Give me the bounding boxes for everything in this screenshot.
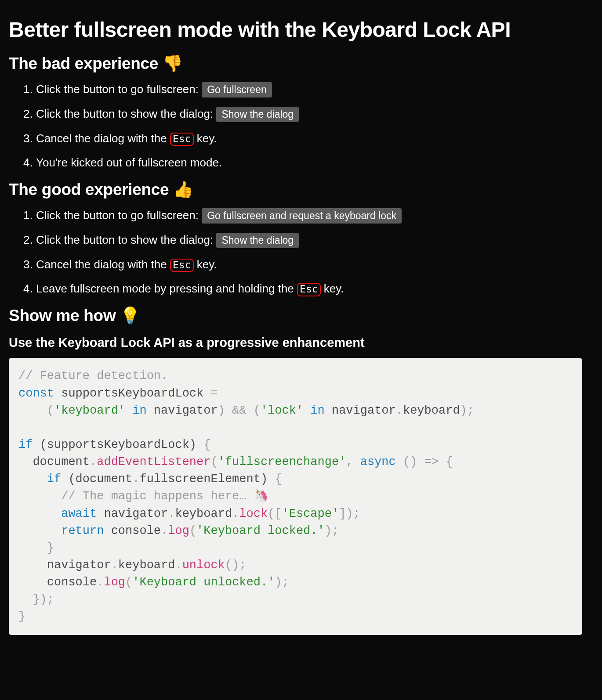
code-punc: . (232, 507, 239, 520)
esc-key: Esc (297, 283, 321, 296)
code-punc: ( (125, 576, 132, 589)
good-experience-heading: The good experience 👍 (9, 180, 593, 199)
list-item: Click the button to show the dialog: Sho… (36, 232, 593, 248)
code-text: fullscreenElement) (139, 473, 275, 486)
code-text: (supportsKeyboardLock) (33, 438, 203, 451)
code-text: keyboard (118, 559, 175, 572)
esc-key: Esc (170, 133, 194, 146)
code-text (18, 473, 47, 486)
code-punc: . (111, 559, 118, 572)
code-block: // Feature detection. const supportsKeyb… (9, 358, 582, 635)
code-punc: { (203, 438, 210, 451)
show-dialog-button[interactable]: Show the dialog (216, 107, 299, 122)
code-punc: { (439, 455, 453, 469)
code-punc: ]); (339, 507, 360, 520)
bad-experience-list: Click the button to go fullscreen: Go fu… (9, 82, 593, 170)
code-func: log (168, 524, 189, 538)
code-text: navigator (18, 559, 111, 572)
code-punc: , (346, 455, 353, 469)
code-text: supportsKeyboardLock (54, 387, 210, 400)
list-item: Cancel the dialog with the Esc key. (36, 257, 593, 272)
code-text: keyboard (175, 507, 232, 520)
list-item: Leave fullscreen mode by pressing and ho… (36, 281, 593, 296)
code-keyword: in (132, 404, 146, 417)
code-punc: . (132, 473, 139, 486)
code-text: console (104, 524, 161, 538)
code-text (303, 404, 310, 417)
page-title: Better fullscreen mode with the Keyboard… (9, 18, 593, 42)
code-text: document (18, 455, 90, 469)
go-fullscreen-button[interactable]: Go fullscreen (202, 82, 272, 97)
code-punc: ([ (268, 507, 282, 520)
code-text: () (396, 455, 424, 469)
code-keyword: if (18, 438, 33, 451)
code-keyword: return (61, 524, 104, 538)
code-punc: => (424, 455, 439, 469)
code-punc: = (210, 387, 218, 400)
code-punc: . (168, 507, 175, 520)
code-punc: && (232, 404, 246, 417)
code-func: log (104, 576, 125, 589)
code-punc: ( (189, 524, 196, 538)
code-punc: ) (218, 404, 225, 417)
code-punc: } (18, 541, 54, 555)
good-experience-list: Click the button to go fullscreen: Go fu… (9, 208, 593, 296)
code-func: lock (239, 507, 268, 520)
code-keyword: in (310, 404, 324, 417)
progressive-enhancement-heading: Use the Keyboard Lock API as a progressi… (9, 336, 593, 350)
list-item: Click the button to go fullscreen: Go fu… (36, 82, 593, 97)
step-text: key. (194, 132, 217, 145)
code-punc: } (18, 610, 25, 623)
code-punc: (); (225, 559, 247, 572)
code-text: keyboard (403, 404, 460, 417)
code-text: navigator (325, 404, 396, 417)
code-keyword: const (18, 387, 54, 400)
code-punc: . (396, 404, 403, 417)
step-text: Leave fullscreen mode by pressing and ho… (36, 282, 297, 295)
code-string: 'Escape' (282, 507, 339, 520)
step-text: Click the button to show the dialog: (36, 233, 216, 246)
code-comment: // Feature detection. (18, 369, 168, 382)
code-comment: // The magic happens here… 🦄 (18, 490, 268, 503)
code-punc: . (175, 559, 182, 572)
code-punc: ); (460, 404, 474, 417)
code-text: console (18, 576, 97, 589)
code-punc: . (161, 524, 168, 538)
show-dialog-button[interactable]: Show the dialog (216, 233, 299, 248)
code-string: 'keyboard' (54, 404, 125, 417)
esc-key: Esc (170, 259, 194, 272)
list-item: Cancel the dialog with the Esc key. (36, 131, 593, 146)
code-text (225, 404, 232, 417)
go-fullscreen-lock-button[interactable]: Go fullscreen and request a keyboard loc… (202, 208, 402, 224)
step-text: Cancel the dialog with the (36, 258, 170, 271)
code-punc: ( (18, 404, 54, 417)
code-text (18, 524, 61, 538)
step-text: Cancel the dialog with the (36, 132, 170, 145)
code-punc: ); (275, 576, 289, 589)
step-text: key. (194, 258, 217, 271)
code-keyword: await (61, 507, 97, 520)
code-text (353, 455, 360, 469)
code-string: 'lock' (261, 404, 303, 417)
code-string: 'Keyboard locked.' (196, 524, 325, 538)
list-item: Click the button to show the dialog: Sho… (36, 106, 593, 122)
code-punc: . (97, 576, 104, 589)
code-func: addEventListener (97, 455, 210, 469)
step-text: Click the button to go fullscreen: (36, 83, 202, 96)
bad-experience-heading: The bad experience 👎 (9, 54, 593, 73)
code-text (18, 507, 61, 520)
code-string: 'Keyboard unlocked.' (132, 576, 275, 589)
list-item: You're kicked out of fullscreen mode. (36, 155, 593, 170)
code-text: (document (61, 473, 132, 486)
code-func: unlock (182, 559, 225, 572)
code-punc: ( (247, 404, 261, 417)
code-punc: { (275, 473, 282, 486)
code-punc: }); (18, 593, 54, 606)
step-text: Click the button to go fullscreen: (36, 209, 202, 222)
code-keyword: async (360, 455, 396, 469)
code-string: 'fullscreenchange' (218, 455, 346, 469)
code-text: navigator (97, 507, 168, 520)
code-punc: . (90, 455, 97, 469)
code-keyword: if (47, 473, 61, 486)
step-text: key. (321, 282, 344, 295)
